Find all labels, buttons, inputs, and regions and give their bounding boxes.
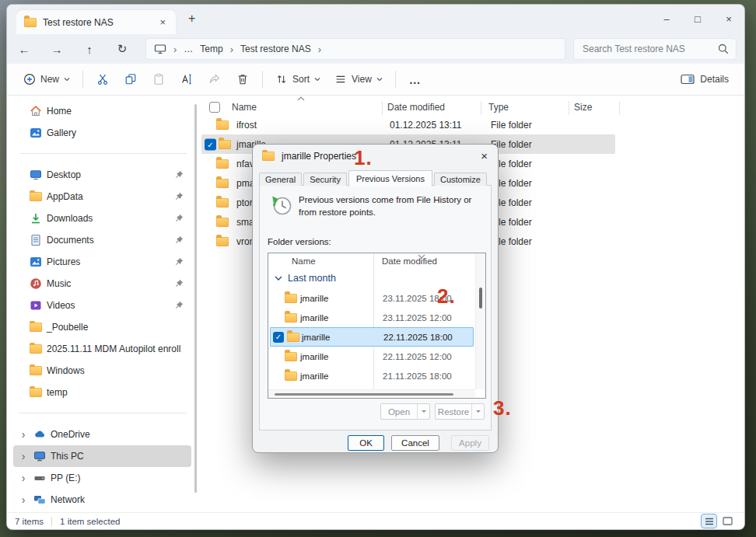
select-all-checkbox[interactable]: [209, 102, 220, 113]
expand-chevron-icon[interactable]: ›: [18, 472, 29, 484]
cancel-button[interactable]: Cancel: [391, 435, 439, 451]
tab-customize[interactable]: Customize: [434, 173, 487, 186]
sidebar-scrollbar[interactable]: [194, 104, 197, 493]
sidebar-item-music[interactable]: Music: [13, 273, 191, 295]
folder-versions-label: Folder versions:: [268, 237, 331, 246]
sidebar-item-onedrive[interactable]: › OneDrive: [13, 424, 191, 445]
version-date: 22.11.2025 12:00: [383, 352, 452, 361]
column-divider[interactable]: [569, 101, 569, 115]
details-view-toggle[interactable]: [702, 514, 716, 528]
file-name: ifrost: [236, 120, 257, 131]
scrollbar-thumb[interactable]: [479, 288, 482, 309]
search-input[interactable]: [583, 44, 717, 54]
sidebar-item-temp[interactable]: temp: [13, 382, 191, 403]
new-tab-button[interactable]: +: [188, 12, 195, 26]
thumbnail-view-toggle[interactable]: [720, 514, 735, 528]
sidebar-item-network[interactable]: › Network: [13, 489, 191, 511]
tab-previous-versions[interactable]: Previous Versions: [348, 170, 432, 187]
sidebar-item-gallery[interactable]: Gallery: [13, 122, 191, 144]
tab-close-icon[interactable]: ×: [157, 16, 168, 28]
expand-chevron-icon[interactable]: ›: [18, 428, 29, 441]
sidebar-item-windows[interactable]: Windows: [13, 360, 191, 382]
ok-button[interactable]: OK: [348, 435, 384, 451]
row-checkbox-checked[interactable]: ✓: [205, 138, 216, 150]
dialog-close-icon[interactable]: ×: [481, 149, 488, 162]
minimize-button[interactable]: –: [651, 5, 682, 33]
version-row[interactable]: jmarille 23.11.2025 12:00: [269, 308, 474, 327]
rename-button[interactable]: [173, 67, 201, 92]
view-label: View: [352, 74, 372, 85]
sidebar-item-downloads[interactable]: Downloads: [13, 207, 191, 229]
version-row-selected[interactable]: ✓ jmarille 22.11.2025 18:00: [270, 327, 474, 347]
sidebar-item-documents[interactable]: Documents: [13, 229, 191, 251]
open-button[interactable]: Open: [380, 403, 430, 420]
share-button[interactable]: [201, 67, 229, 92]
expand-chevron-icon[interactable]: ›: [18, 493, 29, 506]
column-divider[interactable]: [382, 101, 383, 115]
sidebar-label: This PC: [51, 451, 84, 462]
column-header-type[interactable]: Type: [488, 102, 509, 113]
sidebar-item-poubelle[interactable]: _Poubelle: [13, 316, 191, 338]
version-name: jmarille: [302, 333, 330, 342]
file-row[interactable]: ifrost 01.12.2025 13:11 File folder: [201, 115, 615, 134]
list-vertical-scrollbar[interactable]: [475, 253, 485, 389]
list-horizontal-scrollbar[interactable]: [268, 389, 475, 398]
pin-icon: [174, 214, 184, 223]
row-checkbox-checked[interactable]: ✓: [273, 332, 284, 343]
close-button[interactable]: ×: [713, 5, 744, 33]
paste-button[interactable]: [145, 67, 173, 92]
sidebar-item-this-pc[interactable]: › This PC: [13, 445, 191, 467]
restore-button[interactable]: Restore: [435, 403, 485, 420]
copy-button[interactable]: [117, 67, 145, 92]
open-dropdown-arrow[interactable]: [417, 404, 429, 419]
breadcrumb-overflow[interactable]: …: [184, 44, 193, 54]
delete-button[interactable]: [229, 67, 257, 92]
column-header-date[interactable]: Date modified: [387, 102, 445, 113]
tab-general[interactable]: General: [259, 173, 302, 186]
column-divider[interactable]: [619, 101, 620, 115]
sidebar-item-mdm-autopilot[interactable]: 2025.11.11 MDM Autopilot enroll: [13, 338, 191, 360]
maximize-button[interactable]: □: [682, 5, 713, 33]
sidebar-item-pictures[interactable]: Pictures: [13, 251, 191, 273]
sidebar-label: _Poubelle: [47, 322, 88, 333]
new-button[interactable]: New: [16, 67, 77, 92]
sidebar-item-home[interactable]: Home: [13, 100, 191, 122]
sidebar-item-videos[interactable]: Videos: [13, 295, 191, 316]
breadcrumb[interactable]: › … Temp › Test restore NAS ›: [145, 38, 565, 60]
more-options-button[interactable]: …: [401, 73, 429, 86]
breadcrumb-current[interactable]: Test restore NAS: [240, 44, 311, 54]
version-group-header[interactable]: Last month: [275, 273, 336, 284]
column-header-size[interactable]: Size: [574, 102, 592, 113]
list-column-date[interactable]: Date modified: [382, 256, 437, 266]
status-bar: 7 items 1 item selected: [7, 512, 744, 529]
refresh-button[interactable]: ↻: [113, 34, 131, 64]
list-column-name[interactable]: Name: [292, 256, 316, 266]
sort-button[interactable]: Sort: [268, 67, 327, 92]
toolbar-divider: [395, 71, 396, 88]
column-divider[interactable]: [481, 101, 481, 115]
details-pane-button[interactable]: Details: [681, 73, 735, 85]
scrollbar-thumb[interactable]: [275, 393, 453, 396]
back-button[interactable]: ←: [15, 34, 33, 64]
open-label: Open: [381, 407, 417, 417]
sidebar-item-appdata[interactable]: AppData: [13, 186, 191, 207]
column-header-name[interactable]: Name: [232, 102, 257, 113]
tab-security[interactable]: Security: [303, 173, 347, 186]
list-column-divider: [373, 253, 374, 389]
version-row[interactable]: jmarille 22.11.2025 12:00: [269, 347, 474, 366]
up-button[interactable]: ↑: [80, 34, 99, 64]
forward-button[interactable]: →: [47, 34, 66, 64]
restore-dropdown-arrow[interactable]: [471, 404, 484, 419]
cut-button[interactable]: [89, 67, 117, 92]
explorer-tab[interactable]: Test restore NAS ×: [16, 10, 176, 34]
sidebar-item-pp-drive[interactable]: › PP (E:): [13, 467, 191, 489]
breadcrumb-temp[interactable]: Temp: [200, 44, 222, 54]
folder-icon: [219, 140, 231, 149]
expand-chevron-icon[interactable]: ›: [18, 450, 29, 462]
sidebar-label: Gallery: [47, 127, 76, 138]
apply-button[interactable]: Apply: [451, 435, 489, 451]
folder-icon: [285, 294, 297, 303]
sidebar-item-desktop[interactable]: Desktop: [13, 164, 191, 186]
view-button[interactable]: View: [327, 67, 390, 92]
version-row[interactable]: jmarille 21.11.2025 18:00: [269, 366, 474, 385]
